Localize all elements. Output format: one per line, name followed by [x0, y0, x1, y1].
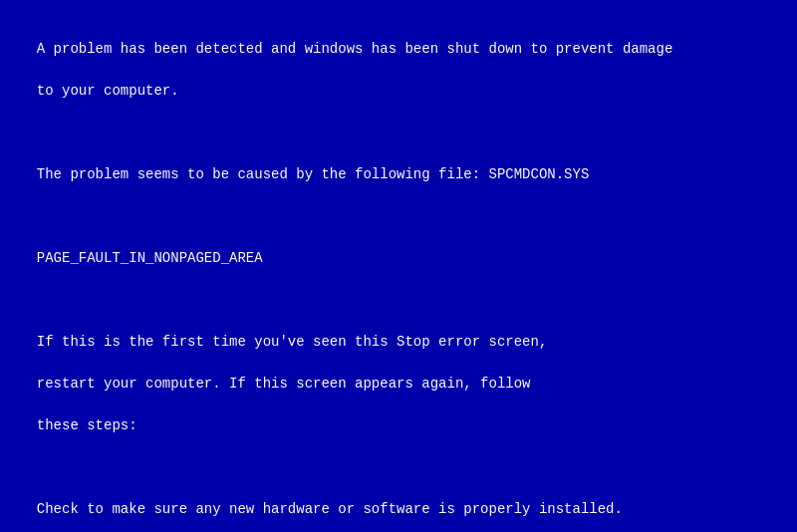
- bsod-line12: Check to make sure any new hardware or s…: [37, 501, 623, 517]
- bsod-line8: If this is the first time you've seen th…: [37, 334, 547, 350]
- bsod-line1: A problem has been detected and windows …: [37, 41, 673, 57]
- bsod-line10: these steps:: [37, 417, 137, 433]
- bsod-line4: The problem seems to be caused by the fo…: [37, 166, 590, 182]
- bsod-screen: A problem has been detected and windows …: [0, 0, 797, 532]
- bsod-line6: PAGE_FAULT_IN_NONPAGED_AREA: [37, 250, 263, 266]
- bsod-line9: restart your computer. If this screen ap…: [37, 376, 531, 392]
- bsod-line2: to your computer.: [37, 83, 179, 99]
